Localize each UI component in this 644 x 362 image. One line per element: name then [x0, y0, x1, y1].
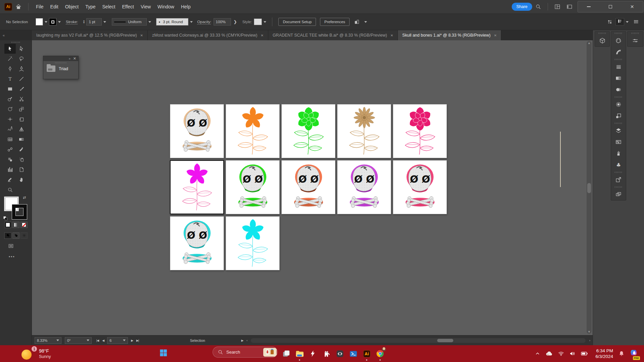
brushes-panel-icon[interactable]	[611, 148, 626, 159]
code-app-app-icon[interactable]	[333, 346, 347, 361]
gradient-tool[interactable]	[16, 134, 27, 144]
blend-tool[interactable]	[4, 144, 16, 154]
artboard-11[interactable]: Ø Ø	[170, 216, 224, 270]
chevron-down-icon[interactable]	[103, 21, 106, 23]
menu-window[interactable]: Window	[154, 0, 178, 13]
scissors-tool[interactable]	[16, 94, 27, 104]
collapse-panel-icon[interactable]: »	[69, 57, 71, 60]
rotation-dropdown[interactable]: 0°	[65, 337, 92, 344]
stroke-weight-field[interactable]: 1 pt	[86, 18, 102, 26]
zoom-level-dropdown[interactable]: 8.33%	[35, 337, 61, 344]
tab-close-icon[interactable]: ✕	[140, 34, 143, 37]
appearance-panel-icon[interactable]	[611, 99, 626, 110]
folder-icon[interactable]	[47, 65, 55, 72]
share-button[interactable]: Share	[512, 3, 532, 11]
triad-panel[interactable]: » ✕ Triad	[43, 56, 79, 79]
slice-tool[interactable]	[4, 175, 16, 185]
export-panel-icon[interactable]	[611, 174, 626, 185]
menu-type[interactable]: Type	[82, 0, 99, 13]
panel-grip[interactable]	[55, 62, 66, 63]
copilot-button[interactable]: PRE	[630, 349, 639, 359]
menu-help[interactable]: Help	[178, 0, 194, 13]
minimize-button[interactable]	[578, 1, 600, 12]
symbols-panel-panel-icon[interactable]: ♣	[611, 159, 626, 171]
hand-tool[interactable]	[16, 175, 27, 185]
weather-widget[interactable]: 1 98°F Sunny	[21, 346, 51, 361]
asset-export-panel-icon[interactable]	[611, 110, 626, 122]
horizontal-scroll-thumb[interactable]	[437, 339, 453, 342]
panel-menu-icon[interactable]	[633, 19, 639, 25]
screen-mode-icon[interactable]	[8, 243, 14, 250]
selection-tool[interactable]	[4, 44, 16, 54]
tab-close-icon[interactable]: ✕	[261, 34, 264, 37]
stroke-label[interactable]: Stroke:	[66, 20, 78, 24]
artboard-12[interactable]	[226, 216, 280, 270]
fill-color-swatch[interactable]	[36, 18, 43, 26]
width-tool[interactable]	[4, 114, 16, 124]
tab-close-icon[interactable]: ✕	[390, 34, 393, 37]
color-mode-button[interactable]	[4, 222, 11, 228]
arrange-documents-icon[interactable]	[554, 4, 560, 10]
paintbrush-tool[interactable]	[16, 84, 27, 94]
next-artboard-icon[interactable]: ▶	[131, 339, 133, 342]
document-setup-button[interactable]: Document Setup	[278, 18, 316, 26]
swatches-panel-icon[interactable]	[611, 136, 626, 148]
panel-grip[interactable]	[11, 42, 20, 43]
artboard-7[interactable]: Ø Ø	[226, 160, 280, 214]
chevron-down-icon[interactable]	[264, 21, 266, 23]
panel-grip[interactable]	[611, 32, 626, 35]
cube-panel-icon[interactable]	[595, 35, 609, 46]
mesh-tool[interactable]	[4, 134, 16, 144]
pen-tool[interactable]	[4, 64, 16, 74]
close-button[interactable]: ✕	[621, 1, 643, 12]
opacity-arrow-icon[interactable]: ❯	[234, 19, 237, 24]
first-artboard-icon[interactable]: |◀	[96, 339, 99, 342]
chevron-down-icon[interactable]	[45, 21, 47, 23]
home-icon[interactable]	[15, 3, 22, 10]
stray-path[interactable]	[560, 132, 561, 187]
line-segment-tool[interactable]	[16, 74, 27, 84]
hscroll-left-icon[interactable]: ‹	[246, 339, 247, 342]
properties-panel-icon[interactable]	[628, 35, 643, 46]
vertical-scrollbar[interactable]: ▲ ▼	[587, 41, 592, 334]
menu-select[interactable]: Select	[99, 0, 119, 13]
panel-grip[interactable]	[611, 58, 626, 61]
file-explorer-app-icon[interactable]	[293, 346, 306, 361]
volume-icon[interactable]	[569, 350, 576, 357]
wifi-icon[interactable]	[558, 350, 564, 357]
eyedropper-tool[interactable]	[16, 144, 27, 154]
tab-scroll-left[interactable]: «	[0, 30, 32, 40]
magic-wand-tool[interactable]	[4, 54, 16, 64]
shaper-tool[interactable]	[4, 124, 16, 134]
none-mode-button[interactable]	[20, 222, 28, 228]
onedrive-icon[interactable]	[545, 350, 553, 358]
artboard-tool[interactable]	[16, 165, 27, 175]
curvature-tool[interactable]	[16, 64, 27, 74]
panel-grip[interactable]	[595, 32, 609, 35]
panel-grip[interactable]	[611, 95, 626, 99]
artboard-2[interactable]	[226, 104, 280, 158]
draw-behind-button[interactable]	[12, 232, 19, 239]
vertical-scroll-thumb[interactable]	[587, 183, 591, 193]
lasso-tool[interactable]	[16, 54, 27, 64]
scroll-up-icon[interactable]: ▲	[587, 41, 592, 45]
chevron-down-icon[interactable]	[626, 21, 629, 23]
style-swatch[interactable]	[254, 18, 262, 25]
menu-edit[interactable]: Edit	[47, 0, 62, 13]
stroke-profile-dropdown[interactable]: Uniform	[112, 18, 147, 26]
menu-effect[interactable]: Effect	[119, 0, 137, 13]
artboard-number-dropdown[interactable]: 6	[107, 337, 128, 344]
chevron-up-icon[interactable]	[535, 351, 540, 356]
scroll-down-icon[interactable]: ▼	[587, 330, 592, 333]
illustrator-app-icon[interactable]: Ai	[4, 3, 12, 11]
preferences-button[interactable]: Preferences	[320, 18, 350, 26]
task-view-app-icon[interactable]	[279, 346, 293, 361]
battery-icon[interactable]	[581, 350, 588, 357]
chevron-down-icon[interactable]	[190, 21, 193, 23]
status-menu-icon[interactable]: ▶	[241, 339, 243, 342]
draw-normal-button[interactable]	[4, 232, 11, 239]
scale-tool[interactable]	[16, 104, 27, 114]
document-tab-3[interactable]: GRADENT SCALE TEE white B.ai* @ 8.33 % (…	[268, 30, 398, 40]
artboard-8[interactable]: Ø Ø	[281, 160, 335, 214]
stroke-color-swatch[interactable]	[49, 18, 56, 26]
